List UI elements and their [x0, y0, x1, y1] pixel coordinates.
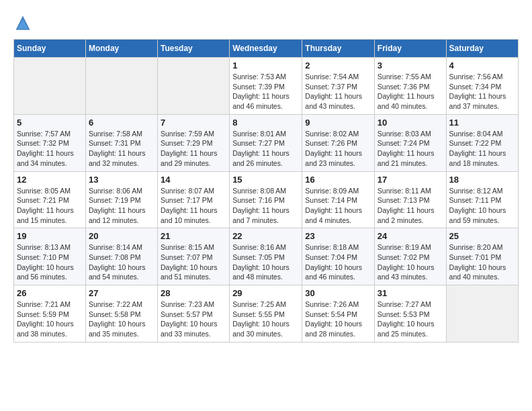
page-header — [13, 13, 519, 32]
calendar-day-cell: 30Sunrise: 7:26 AMSunset: 5:54 PMDayligh… — [302, 285, 375, 342]
day-number: 7 — [161, 118, 226, 128]
calendar-day-cell: 15Sunrise: 8:08 AMSunset: 7:16 PMDayligh… — [230, 171, 302, 228]
calendar-day-cell: 2Sunrise: 7:54 AMSunset: 7:37 PMDaylight… — [302, 58, 375, 115]
calendar-day-cell: 19Sunrise: 8:13 AMSunset: 7:10 PMDayligh… — [14, 228, 86, 285]
day-info: Sunrise: 8:20 AMSunset: 7:01 PMDaylight:… — [449, 242, 515, 282]
day-of-week-header: Monday — [85, 40, 157, 58]
calendar-day-cell: 6Sunrise: 7:58 AMSunset: 7:31 PMDaylight… — [85, 114, 157, 171]
day-info: Sunrise: 7:21 AMSunset: 5:59 PMDaylight:… — [17, 300, 83, 339]
day-number: 18 — [449, 175, 515, 185]
calendar-day-cell: 18Sunrise: 8:12 AMSunset: 7:11 PMDayligh… — [446, 171, 518, 228]
day-number: 30 — [305, 288, 371, 298]
day-number: 11 — [449, 118, 515, 128]
calendar-day-cell: 1Sunrise: 7:53 AMSunset: 7:39 PMDaylight… — [230, 58, 302, 115]
day-number: 1 — [232, 60, 299, 71]
calendar-day-cell: 5Sunrise: 7:57 AMSunset: 7:32 PMDaylight… — [14, 114, 86, 171]
calendar-day-cell: 10Sunrise: 8:03 AMSunset: 7:24 PMDayligh… — [374, 114, 446, 171]
day-number: 10 — [378, 118, 443, 128]
day-number: 15 — [232, 175, 299, 185]
calendar-day-cell: 13Sunrise: 8:06 AMSunset: 7:19 PMDayligh… — [85, 171, 157, 228]
calendar-day-cell: 4Sunrise: 7:56 AMSunset: 7:34 PMDaylight… — [446, 58, 518, 115]
day-info: Sunrise: 8:05 AMSunset: 7:21 PMDaylight:… — [17, 186, 83, 226]
day-number: 3 — [378, 60, 443, 71]
day-info: Sunrise: 8:06 AMSunset: 7:19 PMDaylight:… — [89, 186, 154, 226]
day-number: 25 — [449, 231, 515, 241]
calendar-day-cell — [157, 58, 229, 115]
calendar-day-cell: 26Sunrise: 7:21 AMSunset: 5:59 PMDayligh… — [14, 285, 86, 342]
day-number: 24 — [378, 231, 443, 241]
day-number: 27 — [89, 288, 154, 298]
calendar-day-cell: 25Sunrise: 8:20 AMSunset: 7:01 PMDayligh… — [446, 228, 518, 285]
calendar-week-row: 1Sunrise: 7:53 AMSunset: 7:39 PMDaylight… — [14, 58, 519, 115]
calendar-day-cell: 23Sunrise: 8:18 AMSunset: 7:04 PMDayligh… — [302, 228, 375, 285]
day-number: 14 — [161, 175, 226, 185]
day-info: Sunrise: 7:53 AMSunset: 7:39 PMDaylight:… — [232, 72, 299, 111]
calendar-day-cell: 16Sunrise: 8:09 AMSunset: 7:14 PMDayligh… — [302, 171, 375, 228]
calendar-day-cell — [85, 58, 157, 115]
day-info: Sunrise: 8:08 AMSunset: 7:16 PMDaylight:… — [232, 186, 299, 226]
day-of-week-header: Saturday — [446, 40, 518, 58]
day-info: Sunrise: 8:18 AMSunset: 7:04 PMDaylight:… — [305, 242, 371, 282]
day-info: Sunrise: 8:14 AMSunset: 7:08 PMDaylight:… — [89, 242, 154, 282]
calendar-day-cell — [14, 58, 86, 115]
day-info: Sunrise: 8:15 AMSunset: 7:07 PMDaylight:… — [161, 242, 226, 282]
day-number: 6 — [89, 118, 154, 128]
calendar-day-cell: 31Sunrise: 7:27 AMSunset: 5:53 PMDayligh… — [374, 285, 446, 342]
day-number: 26 — [17, 288, 83, 298]
day-info: Sunrise: 8:09 AMSunset: 7:14 PMDaylight:… — [305, 186, 371, 226]
calendar-day-cell: 28Sunrise: 7:23 AMSunset: 5:57 PMDayligh… — [157, 285, 229, 342]
day-number: 13 — [89, 175, 154, 185]
day-number: 22 — [232, 231, 299, 241]
day-info: Sunrise: 7:57 AMSunset: 7:32 PMDaylight:… — [17, 129, 83, 169]
logo — [13, 13, 35, 32]
day-info: Sunrise: 7:26 AMSunset: 5:54 PMDaylight:… — [305, 300, 371, 339]
day-of-week-header: Friday — [374, 40, 446, 58]
day-info: Sunrise: 8:02 AMSunset: 7:26 PMDaylight:… — [305, 129, 371, 169]
day-number: 29 — [232, 288, 299, 298]
day-number: 19 — [17, 231, 83, 241]
day-info: Sunrise: 8:07 AMSunset: 7:17 PMDaylight:… — [161, 186, 226, 226]
day-info: Sunrise: 8:11 AMSunset: 7:13 PMDaylight:… — [378, 186, 443, 226]
day-number: 5 — [17, 118, 83, 128]
calendar-table: SundayMondayTuesdayWednesdayThursdayFrid… — [13, 39, 519, 342]
day-info: Sunrise: 8:03 AMSunset: 7:24 PMDaylight:… — [378, 129, 443, 169]
calendar-day-cell: 29Sunrise: 7:25 AMSunset: 5:55 PMDayligh… — [230, 285, 302, 342]
calendar-day-cell: 27Sunrise: 7:22 AMSunset: 5:58 PMDayligh… — [85, 285, 157, 342]
calendar-day-cell: 7Sunrise: 7:59 AMSunset: 7:29 PMDaylight… — [157, 114, 229, 171]
day-of-week-header: Tuesday — [157, 40, 229, 58]
day-info: Sunrise: 7:27 AMSunset: 5:53 PMDaylight:… — [378, 300, 443, 339]
calendar-week-row: 5Sunrise: 7:57 AMSunset: 7:32 PMDaylight… — [14, 114, 519, 171]
day-number: 17 — [378, 175, 443, 185]
day-number: 9 — [305, 118, 371, 128]
day-number: 20 — [89, 231, 154, 241]
day-number: 16 — [305, 175, 371, 185]
calendar-day-cell: 14Sunrise: 8:07 AMSunset: 7:17 PMDayligh… — [157, 171, 229, 228]
day-info: Sunrise: 7:22 AMSunset: 5:58 PMDaylight:… — [89, 300, 154, 339]
calendar-header-row: SundayMondayTuesdayWednesdayThursdayFrid… — [14, 40, 519, 58]
day-info: Sunrise: 7:54 AMSunset: 7:37 PMDaylight:… — [305, 72, 371, 111]
calendar-day-cell: 3Sunrise: 7:55 AMSunset: 7:36 PMDaylight… — [374, 58, 446, 115]
day-info: Sunrise: 8:12 AMSunset: 7:11 PMDaylight:… — [449, 186, 515, 226]
calendar-week-row: 12Sunrise: 8:05 AMSunset: 7:21 PMDayligh… — [14, 171, 519, 228]
day-info: Sunrise: 8:01 AMSunset: 7:27 PMDaylight:… — [232, 129, 299, 169]
day-info: Sunrise: 7:59 AMSunset: 7:29 PMDaylight:… — [161, 129, 226, 169]
day-number: 31 — [378, 288, 443, 298]
calendar-day-cell: 17Sunrise: 8:11 AMSunset: 7:13 PMDayligh… — [374, 171, 446, 228]
day-info: Sunrise: 7:58 AMSunset: 7:31 PMDaylight:… — [89, 129, 154, 169]
day-number: 21 — [161, 231, 226, 241]
day-number: 2 — [305, 60, 371, 71]
day-info: Sunrise: 7:25 AMSunset: 5:55 PMDaylight:… — [232, 300, 299, 339]
day-number: 8 — [232, 118, 299, 128]
calendar-day-cell: 21Sunrise: 8:15 AMSunset: 7:07 PMDayligh… — [157, 228, 229, 285]
day-info: Sunrise: 8:13 AMSunset: 7:10 PMDaylight:… — [17, 242, 83, 282]
calendar-day-cell — [446, 285, 518, 342]
calendar-week-row: 19Sunrise: 8:13 AMSunset: 7:10 PMDayligh… — [14, 228, 519, 285]
day-number: 4 — [449, 60, 515, 71]
logo-icon — [13, 13, 32, 32]
day-number: 12 — [17, 175, 83, 185]
calendar-day-cell: 12Sunrise: 8:05 AMSunset: 7:21 PMDayligh… — [14, 171, 86, 228]
calendar-day-cell: 24Sunrise: 8:19 AMSunset: 7:02 PMDayligh… — [374, 228, 446, 285]
day-of-week-header: Sunday — [14, 40, 86, 58]
day-number: 23 — [305, 231, 371, 241]
day-info: Sunrise: 7:55 AMSunset: 7:36 PMDaylight:… — [378, 72, 443, 111]
